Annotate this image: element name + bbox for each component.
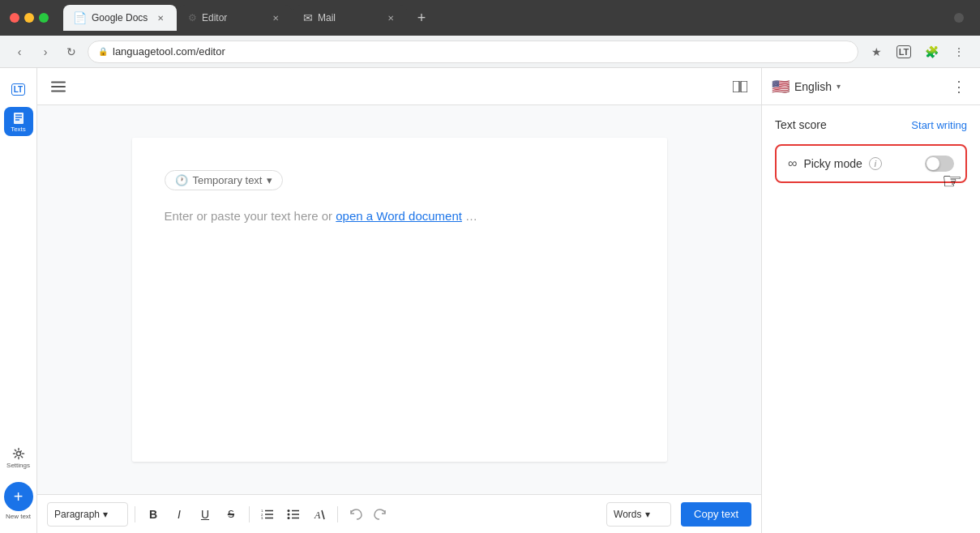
toggle-thumb bbox=[927, 157, 939, 170]
address-bar: ‹ › ↻ 🔒 languagetool.com/editor ★ LT 🧩 ⋮ bbox=[0, 36, 980, 68]
picky-mode-info-button[interactable]: i bbox=[869, 157, 882, 170]
placeholder-ellipsis: … bbox=[462, 209, 477, 223]
strikethrough-button[interactable]: S̶ bbox=[220, 503, 242, 526]
sidebar-toggle-button[interactable] bbox=[47, 75, 70, 98]
close-window-button[interactable] bbox=[10, 13, 19, 23]
sidebar-settings[interactable]: Settings bbox=[4, 443, 33, 472]
url-text: languagetool.com/editor bbox=[113, 45, 848, 58]
new-text-button[interactable]: + bbox=[4, 482, 33, 511]
clock-icon: 🕐 bbox=[175, 174, 188, 186]
svg-text:A: A bbox=[314, 510, 321, 521]
picky-mode-toggle[interactable]: ☞ bbox=[925, 156, 954, 172]
undo-redo-group bbox=[344, 503, 392, 526]
template-label: Temporary text bbox=[193, 174, 263, 186]
left-sidebar: LT Texts Settings + New text bbox=[0, 68, 37, 533]
template-selector[interactable]: 🕐 Temporary text ▾ bbox=[165, 170, 284, 190]
tab-mail-close[interactable]: ✕ bbox=[384, 11, 397, 24]
app-layout: LT Texts Settings + New text bbox=[0, 68, 980, 533]
right-panel-body: Text score Start writing ∞ Picky mode i … bbox=[762, 105, 980, 533]
toolbar-separator-1 bbox=[135, 506, 135, 522]
sidebar-item-texts[interactable]: Texts bbox=[4, 107, 33, 136]
format-paragraph-select[interactable]: Paragraph ▾ bbox=[47, 502, 128, 527]
italic-button[interactable]: I bbox=[168, 503, 190, 526]
svg-rect-6 bbox=[51, 81, 66, 83]
language-label: English bbox=[794, 80, 832, 93]
refresh-button[interactable]: ↻ bbox=[62, 42, 81, 62]
back-button[interactable]: ‹ bbox=[10, 42, 29, 62]
sidebar-texts-label: Texts bbox=[11, 126, 26, 133]
svg-rect-8 bbox=[51, 90, 66, 92]
sidebar-item-lt[interactable]: LT bbox=[4, 75, 33, 104]
google-docs-icon: 📄 bbox=[73, 11, 87, 24]
start-writing-link[interactable]: Start writing bbox=[911, 119, 967, 131]
browser-toolbar-icons: ★ LT 🧩 ⋮ bbox=[865, 41, 970, 63]
extensions-icon[interactable]: 🧩 bbox=[920, 41, 943, 63]
new-tab-button[interactable]: + bbox=[410, 6, 433, 29]
minimize-window-button[interactable] bbox=[24, 13, 34, 23]
svg-point-0 bbox=[954, 13, 964, 23]
words-select[interactable]: Words ▾ bbox=[606, 502, 671, 527]
words-label: Words bbox=[614, 509, 641, 520]
unordered-list-button[interactable] bbox=[282, 503, 305, 526]
editor-tab-icon: ⚙ bbox=[188, 12, 197, 23]
editor-view-toggle[interactable] bbox=[729, 75, 751, 98]
language-selector[interactable]: 🇺🇸 English ▾ bbox=[772, 78, 841, 96]
url-bar[interactable]: 🔒 languagetool.com/editor bbox=[88, 41, 858, 63]
svg-rect-1 bbox=[14, 113, 24, 124]
toolbar-separator-3 bbox=[337, 506, 338, 522]
text-score-row: Text score Start writing bbox=[775, 118, 967, 131]
forward-button[interactable]: › bbox=[36, 42, 55, 62]
picky-mode-card: ∞ Picky mode i ☞ bbox=[775, 144, 967, 183]
flag-icon: 🇺🇸 bbox=[772, 78, 790, 96]
toolbar-separator-2 bbox=[249, 506, 250, 522]
editor-placeholder[interactable]: Enter or paste your text here or open a … bbox=[165, 207, 635, 226]
right-panel-header: 🇺🇸 English ▾ ⋮ bbox=[762, 68, 980, 105]
bookmark-icon[interactable]: ★ bbox=[865, 41, 888, 63]
tab-editor-close[interactable]: ✕ bbox=[269, 11, 282, 24]
text-score-label: Text score bbox=[775, 118, 827, 131]
ordered-list-button[interactable]: 1. 2. 3. bbox=[256, 503, 279, 526]
window-controls-icon bbox=[948, 6, 970, 29]
template-chevron-icon: ▾ bbox=[267, 174, 272, 186]
copy-text-button[interactable]: Copy text bbox=[681, 502, 751, 527]
open-word-link[interactable]: open a Word document bbox=[336, 209, 462, 223]
security-icon: 🔒 bbox=[98, 47, 108, 56]
toggle-track[interactable] bbox=[925, 156, 954, 172]
browser-menu-icon[interactable]: ⋮ bbox=[948, 41, 970, 63]
placeholder-text: Enter or paste your text here or bbox=[165, 209, 336, 223]
editor-paper[interactable]: 🕐 Temporary text ▾ Enter or paste your t… bbox=[132, 138, 667, 462]
words-chevron: ▾ bbox=[645, 509, 650, 520]
clear-format-button[interactable]: A bbox=[308, 503, 331, 526]
tab-mail[interactable]: ✉ Mail ✕ bbox=[293, 5, 407, 31]
picky-icon: ∞ bbox=[788, 156, 797, 171]
new-text-label: New text bbox=[4, 513, 33, 520]
svg-line-24 bbox=[322, 510, 324, 519]
languagetool-toolbar-icon[interactable]: LT bbox=[892, 41, 915, 63]
bottom-toolbar: Paragraph ▾ B I U S̶ 1. 2. 3. bbox=[37, 494, 761, 533]
svg-rect-7 bbox=[51, 86, 66, 87]
maximize-window-button[interactable] bbox=[39, 13, 49, 23]
right-panel: 🇺🇸 English ▾ ⋮ Text score Start writing … bbox=[761, 68, 980, 533]
traffic-lights bbox=[10, 13, 49, 23]
undo-button[interactable] bbox=[344, 503, 367, 526]
underline-button[interactable]: U bbox=[194, 503, 216, 526]
browser-chrome: 📄 Google Docs ✕ ⚙ Editor ✕ ✉ Mail ✕ + bbox=[0, 0, 980, 36]
gmail-icon: ✉ bbox=[303, 11, 313, 24]
svg-text:3.: 3. bbox=[261, 516, 263, 520]
sidebar-settings-label: Settings bbox=[6, 462, 30, 469]
tab-editor-label: Editor bbox=[202, 12, 264, 23]
redo-button[interactable] bbox=[369, 503, 392, 526]
tab-google-docs-close[interactable]: ✕ bbox=[154, 11, 167, 24]
tab-editor[interactable]: ⚙ Editor ✕ bbox=[178, 5, 292, 31]
editor-top-bar bbox=[37, 68, 761, 105]
svg-rect-10 bbox=[741, 81, 747, 92]
tabs-bar: 📄 Google Docs ✕ ⚙ Editor ✕ ✉ Mail ✕ + bbox=[63, 5, 941, 31]
svg-point-19 bbox=[288, 517, 290, 519]
main-content: 🕐 Temporary text ▾ Enter or paste your t… bbox=[37, 68, 761, 533]
editor-area[interactable]: 🕐 Temporary text ▾ Enter or paste your t… bbox=[37, 105, 761, 494]
picky-mode-left: ∞ Picky mode i bbox=[788, 156, 882, 171]
svg-point-18 bbox=[288, 513, 290, 515]
right-panel-more-button[interactable]: ⋮ bbox=[948, 75, 970, 98]
bold-button[interactable]: B bbox=[142, 503, 165, 526]
tab-google-docs[interactable]: 📄 Google Docs ✕ bbox=[63, 5, 177, 31]
